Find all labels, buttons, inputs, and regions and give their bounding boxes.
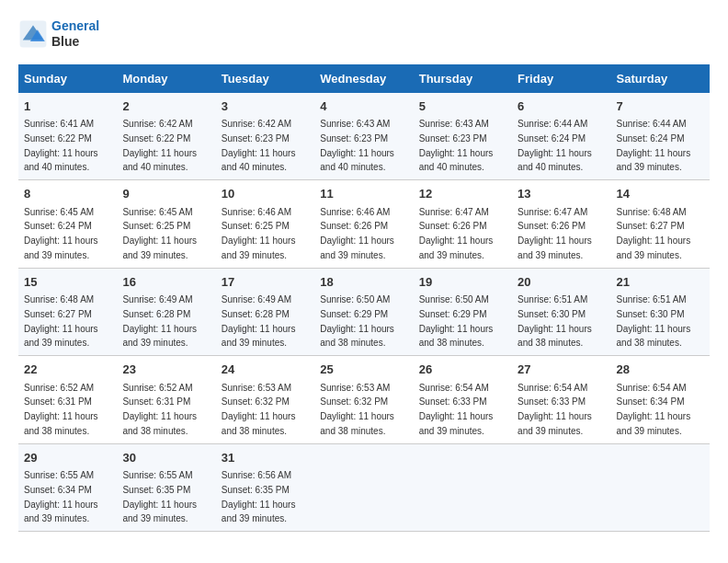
day-info: Sunrise: 6:51 AM Sunset: 6:30 PM Dayligh… xyxy=(518,294,592,348)
day-number: 31 xyxy=(222,449,309,467)
col-header-friday: Friday xyxy=(512,64,610,93)
day-number: 3 xyxy=(222,98,309,116)
day-cell: 26Sunrise: 6:54 AM Sunset: 6:33 PM Dayli… xyxy=(414,356,512,444)
day-cell: 23Sunrise: 6:52 AM Sunset: 6:31 PM Dayli… xyxy=(117,356,215,444)
col-header-monday: Monday xyxy=(117,64,215,93)
week-row-5: 29Sunrise: 6:55 AM Sunset: 6:34 PM Dayli… xyxy=(18,443,710,532)
day-cell xyxy=(611,443,710,532)
day-number: 19 xyxy=(419,273,506,292)
day-info: Sunrise: 6:49 AM Sunset: 6:28 PM Dayligh… xyxy=(222,294,296,348)
day-number: 5 xyxy=(419,98,506,116)
day-info: Sunrise: 6:54 AM Sunset: 6:33 PM Dayligh… xyxy=(518,383,592,436)
day-cell: 27Sunrise: 6:54 AM Sunset: 6:33 PM Dayli… xyxy=(512,356,610,444)
day-cell: 25Sunrise: 6:53 AM Sunset: 6:32 PM Dayli… xyxy=(314,356,413,444)
day-cell: 6Sunrise: 6:44 AM Sunset: 6:24 PM Daylig… xyxy=(512,93,610,180)
col-header-thursday: Thursday xyxy=(414,64,512,93)
day-info: Sunrise: 6:48 AM Sunset: 6:27 PM Dayligh… xyxy=(617,207,691,260)
day-cell: 28Sunrise: 6:54 AM Sunset: 6:34 PM Dayli… xyxy=(611,356,710,444)
calendar-body: 1Sunrise: 6:41 AM Sunset: 6:22 PM Daylig… xyxy=(18,93,710,532)
day-cell: 20Sunrise: 6:51 AM Sunset: 6:30 PM Dayli… xyxy=(512,268,610,356)
day-number: 7 xyxy=(617,98,704,116)
week-row-1: 1Sunrise: 6:41 AM Sunset: 6:22 PM Daylig… xyxy=(18,93,710,180)
day-cell: 1Sunrise: 6:41 AM Sunset: 6:22 PM Daylig… xyxy=(18,93,117,180)
day-cell: 11Sunrise: 6:46 AM Sunset: 6:26 PM Dayli… xyxy=(314,180,413,269)
day-info: Sunrise: 6:41 AM Sunset: 6:22 PM Dayligh… xyxy=(24,119,98,172)
day-number: 10 xyxy=(222,185,309,203)
day-info: Sunrise: 6:55 AM Sunset: 6:35 PM Dayligh… xyxy=(122,470,197,523)
day-number: 2 xyxy=(122,98,210,116)
day-info: Sunrise: 6:42 AM Sunset: 6:22 PM Dayligh… xyxy=(122,119,197,172)
calendar-header-row: SundayMondayTuesdayWednesdayThursdayFrid… xyxy=(18,64,710,93)
day-info: Sunrise: 6:43 AM Sunset: 6:23 PM Dayligh… xyxy=(320,119,394,172)
day-info: Sunrise: 6:44 AM Sunset: 6:24 PM Dayligh… xyxy=(617,119,691,172)
day-cell: 21Sunrise: 6:51 AM Sunset: 6:30 PM Dayli… xyxy=(611,268,710,356)
day-cell xyxy=(414,443,512,532)
day-info: Sunrise: 6:55 AM Sunset: 6:34 PM Dayligh… xyxy=(24,470,98,523)
col-header-wednesday: Wednesday xyxy=(314,64,413,93)
day-cell xyxy=(512,443,610,532)
day-number: 24 xyxy=(222,361,309,379)
day-number: 14 xyxy=(617,185,704,203)
page-header: General Blue xyxy=(18,18,710,50)
day-info: Sunrise: 6:52 AM Sunset: 6:31 PM Dayligh… xyxy=(122,383,197,436)
day-info: Sunrise: 6:45 AM Sunset: 6:24 PM Dayligh… xyxy=(24,207,98,260)
day-cell: 17Sunrise: 6:49 AM Sunset: 6:28 PM Dayli… xyxy=(216,268,314,356)
day-info: Sunrise: 6:47 AM Sunset: 6:26 PM Dayligh… xyxy=(419,207,494,260)
day-number: 20 xyxy=(518,273,605,292)
day-cell: 5Sunrise: 6:43 AM Sunset: 6:23 PM Daylig… xyxy=(414,93,512,180)
day-cell: 24Sunrise: 6:53 AM Sunset: 6:32 PM Dayli… xyxy=(216,356,314,444)
day-cell: 10Sunrise: 6:46 AM Sunset: 6:25 PM Dayli… xyxy=(216,180,314,269)
day-number: 12 xyxy=(419,185,506,203)
day-number: 30 xyxy=(122,449,210,467)
day-cell: 22Sunrise: 6:52 AM Sunset: 6:31 PM Dayli… xyxy=(18,356,117,444)
day-cell xyxy=(314,443,413,532)
day-info: Sunrise: 6:53 AM Sunset: 6:32 PM Dayligh… xyxy=(320,383,394,436)
day-info: Sunrise: 6:52 AM Sunset: 6:31 PM Dayligh… xyxy=(24,383,98,436)
day-number: 26 xyxy=(419,361,506,379)
day-info: Sunrise: 6:44 AM Sunset: 6:24 PM Dayligh… xyxy=(518,119,592,172)
day-number: 23 xyxy=(122,361,210,379)
day-info: Sunrise: 6:47 AM Sunset: 6:26 PM Dayligh… xyxy=(518,207,592,260)
day-number: 16 xyxy=(122,273,210,292)
week-row-4: 22Sunrise: 6:52 AM Sunset: 6:31 PM Dayli… xyxy=(18,356,710,444)
day-cell: 15Sunrise: 6:48 AM Sunset: 6:27 PM Dayli… xyxy=(18,268,117,356)
day-info: Sunrise: 6:46 AM Sunset: 6:26 PM Dayligh… xyxy=(320,207,394,260)
week-row-2: 8Sunrise: 6:45 AM Sunset: 6:24 PM Daylig… xyxy=(18,180,710,269)
col-header-saturday: Saturday xyxy=(611,64,710,93)
day-number: 27 xyxy=(518,361,605,379)
day-cell: 18Sunrise: 6:50 AM Sunset: 6:29 PM Dayli… xyxy=(314,268,413,356)
day-cell: 3Sunrise: 6:42 AM Sunset: 6:23 PM Daylig… xyxy=(216,93,314,180)
day-cell: 13Sunrise: 6:47 AM Sunset: 6:26 PM Dayli… xyxy=(512,180,610,269)
day-number: 22 xyxy=(24,361,111,379)
day-number: 1 xyxy=(24,98,111,116)
day-cell: 14Sunrise: 6:48 AM Sunset: 6:27 PM Dayli… xyxy=(611,180,710,269)
day-cell: 4Sunrise: 6:43 AM Sunset: 6:23 PM Daylig… xyxy=(314,93,413,180)
day-number: 4 xyxy=(320,98,407,116)
day-info: Sunrise: 6:56 AM Sunset: 6:35 PM Dayligh… xyxy=(222,470,296,523)
day-info: Sunrise: 6:50 AM Sunset: 6:29 PM Dayligh… xyxy=(419,294,494,348)
day-info: Sunrise: 6:53 AM Sunset: 6:32 PM Dayligh… xyxy=(222,383,296,436)
day-info: Sunrise: 6:49 AM Sunset: 6:28 PM Dayligh… xyxy=(122,294,197,348)
day-number: 28 xyxy=(617,361,704,379)
day-info: Sunrise: 6:46 AM Sunset: 6:25 PM Dayligh… xyxy=(222,207,296,260)
day-number: 25 xyxy=(320,361,407,379)
day-number: 9 xyxy=(122,185,210,203)
day-number: 11 xyxy=(320,185,407,203)
day-info: Sunrise: 6:51 AM Sunset: 6:30 PM Dayligh… xyxy=(617,294,691,348)
day-number: 13 xyxy=(518,185,605,203)
day-number: 21 xyxy=(617,273,704,292)
day-info: Sunrise: 6:54 AM Sunset: 6:34 PM Dayligh… xyxy=(617,383,691,436)
day-cell: 12Sunrise: 6:47 AM Sunset: 6:26 PM Dayli… xyxy=(414,180,512,269)
day-info: Sunrise: 6:54 AM Sunset: 6:33 PM Dayligh… xyxy=(419,383,494,436)
day-number: 15 xyxy=(24,273,111,292)
col-header-tuesday: Tuesday xyxy=(216,64,314,93)
day-cell: 16Sunrise: 6:49 AM Sunset: 6:28 PM Dayli… xyxy=(117,268,215,356)
day-number: 8 xyxy=(24,185,111,203)
logo-icon xyxy=(18,19,48,49)
day-number: 29 xyxy=(24,449,111,467)
day-cell: 2Sunrise: 6:42 AM Sunset: 6:22 PM Daylig… xyxy=(117,93,215,180)
day-number: 18 xyxy=(320,273,407,292)
day-cell: 31Sunrise: 6:56 AM Sunset: 6:35 PM Dayli… xyxy=(216,443,314,532)
day-number: 6 xyxy=(518,98,605,116)
day-cell: 19Sunrise: 6:50 AM Sunset: 6:29 PM Dayli… xyxy=(414,268,512,356)
